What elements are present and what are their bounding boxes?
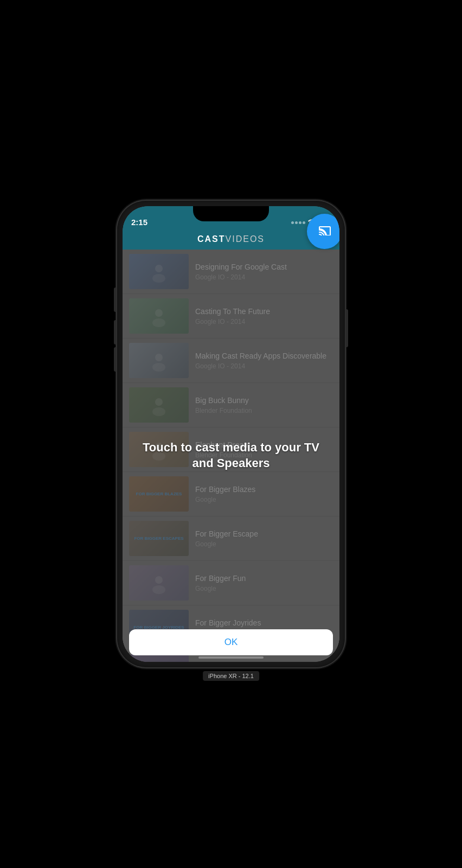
ok-button[interactable]: OK [129,629,333,655]
home-indicator [198,656,264,659]
overlay-message: Touch to cast media to your TV and Speak… [123,440,339,471]
cast-overlay[interactable]: Touch to cast media to your TV and Speak… [123,250,339,662]
notch [193,206,269,221]
cast-icon [318,225,331,238]
phone-inner: 2:15 [123,206,339,662]
screen: 2:15 [123,206,339,662]
cast-button[interactable] [307,214,339,249]
phone-frame: 2:15 [117,201,345,667]
video-list: Designing For Google CastGoogle IO - 201… [123,250,339,662]
signal-dots-icon [291,221,305,224]
title-part2: VIDEOS [226,234,265,244]
title-part1: CAST [197,234,226,244]
device-label: iPhone XR - 12.1 [203,671,259,681]
app-title: CASTVIDEOS [131,234,331,244]
app-header: CASTVIDEOS [123,230,339,250]
status-time: 2:15 [131,218,147,227]
